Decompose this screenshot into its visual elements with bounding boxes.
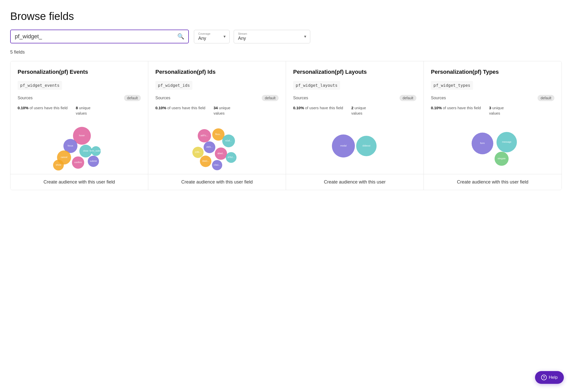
svg-text:focus: focus — [68, 144, 73, 147]
search-input[interactable] — [15, 33, 177, 40]
search-box: 🔍 — [10, 30, 189, 43]
stat-users-2: 0.10% of users have this field — [293, 105, 343, 116]
coverage-label: Coverage — [198, 32, 219, 35]
stats-row-1: 0.10% of users have this field 34 unique… — [155, 105, 279, 116]
stat-unique-1: 34 uniquevalues — [214, 105, 230, 116]
card-body-0: Personalization(pf) Events pf_widget_eve… — [10, 61, 148, 174]
svg-text:e2af...: e2af... — [225, 139, 232, 142]
help-button[interactable]: ? Help — [535, 371, 564, 384]
card-title-2: Personalization(pf) Layouts — [293, 68, 416, 76]
bubble-area-0: hover focus cancel close show confirm su… — [18, 118, 141, 174]
sources-row-1: Sources default — [155, 95, 279, 101]
source-badge-3: default — [538, 95, 554, 101]
card-3: Personalization(pf) Types pf_widget_type… — [424, 61, 562, 190]
card-title-0: Personalization(pf) Events — [18, 68, 141, 76]
sources-row-3: Sources default — [431, 95, 554, 101]
fields-count: 5 fields — [10, 50, 562, 55]
sources-row-0: Sources default — [18, 95, 141, 101]
sources-label-2: Sources — [293, 96, 308, 100]
sources-row-2: Sources default — [293, 95, 416, 101]
svg-text:cancel: cancel — [60, 156, 67, 158]
help-label: Help — [549, 375, 558, 380]
card-body-3: Personalization(pf) Types pf_widget_type… — [424, 61, 562, 174]
svg-text:form_submit: form_submit — [90, 150, 102, 152]
svg-text:d7b2...: d7b2... — [228, 156, 235, 158]
card-0: Personalization(pf) Events pf_widget_eve… — [10, 61, 148, 190]
svg-text:modal: modal — [340, 144, 346, 147]
source-badge-0: default — [124, 95, 141, 101]
stat-users-3: 0.10% of users have this field — [431, 105, 481, 116]
card-body-2: Personalization(pf) Layouts pf_widget_la… — [286, 61, 424, 174]
svg-text:sitegate: sitegate — [498, 157, 506, 160]
field-name-1: pf_widget_ids — [155, 81, 192, 90]
filter-group: Coverage Any ▼ Stream Any ▼ — [194, 30, 310, 43]
card-title-1: Personalization(pf) Ids — [155, 68, 279, 76]
field-name-2: pf_widget_layouts — [293, 81, 340, 90]
stats-row-0: 0.10% of users have this field 8 uniquev… — [18, 105, 141, 116]
svg-text:3943...: 3943... — [202, 160, 209, 162]
search-row: 🔍 Coverage Any ▼ Stream Any ▼ — [10, 30, 562, 43]
svg-text:a9f7c...: a9f7c... — [201, 134, 208, 137]
svg-text:slideout: slideout — [362, 144, 370, 147]
help-icon: ? — [541, 375, 547, 380]
card-body-1: Personalization(pf) Ids pf_widget_ids So… — [148, 61, 286, 174]
card-2: Personalization(pf) Layouts pf_widget_la… — [286, 61, 424, 190]
stats-row-3: 0.10% of users have this field 3 uniquev… — [431, 105, 554, 116]
field-name-3: pf_widget_types — [431, 81, 473, 90]
card-footer-0[interactable]: Create audience with this user field — [10, 174, 148, 190]
stream-label: Stream — [238, 32, 300, 35]
source-badge-1: default — [262, 95, 279, 101]
coverage-value: Any — [198, 36, 206, 41]
stat-users-0: 0.10% of users have this field — [18, 105, 68, 116]
stat-users-1: 0.10% of users have this field — [155, 105, 205, 116]
svg-text:abed...: abed... — [217, 152, 225, 155]
bubble-svg-1: a9f7c... fbca... e2af... 45f3... 23f6...… — [184, 118, 250, 174]
card-footer-1[interactable]: Create audience with this user field — [148, 174, 286, 190]
svg-text:submit: submit — [90, 160, 97, 162]
bubble-area-1: a9f7c... fbca... e2af... 45f3... 23f6...… — [155, 118, 279, 174]
svg-text:message: message — [502, 141, 512, 143]
card-footer-2[interactable]: Create audience with this user — [286, 174, 424, 190]
stream-arrow-icon: ▼ — [303, 34, 307, 39]
bubble-svg-0: hover focus cancel close show confirm su… — [46, 118, 113, 174]
svg-text:45f3...: 45f3... — [206, 146, 213, 148]
stat-unique-0: 8 uniquevalues — [76, 105, 91, 116]
bubble-svg-3: form message sitegate — [459, 118, 526, 174]
card-title-3: Personalization(pf) Types — [431, 68, 554, 76]
svg-text:confirm: confirm — [74, 161, 82, 164]
bubble-area-2: modal slideout — [293, 118, 416, 174]
search-icon: 🔍 — [177, 33, 184, 40]
stat-unique-3: 3 uniquevalues — [489, 105, 504, 116]
source-badge-2: default — [400, 95, 416, 101]
stat-unique-2: 2 uniquevalues — [351, 105, 366, 116]
coverage-arrow-icon: ▼ — [223, 34, 226, 39]
stream-filter[interactable]: Stream Any ▼ — [234, 30, 310, 43]
card-1: Personalization(pf) Ids pf_widget_ids So… — [148, 61, 286, 190]
svg-text:23f6...: 23f6... — [195, 151, 201, 153]
sources-label-3: Sources — [431, 96, 446, 100]
stream-value: Any — [238, 36, 246, 41]
field-name-0: pf_widget_events — [18, 81, 62, 90]
sources-label-1: Sources — [155, 96, 170, 100]
stats-row-2: 0.10% of users have this field 2 uniquev… — [293, 105, 416, 116]
cards-grid: Personalization(pf) Events pf_widget_eve… — [10, 61, 562, 190]
page-title: Browse fields — [10, 10, 562, 22]
svg-text:form: form — [480, 142, 485, 144]
svg-text:close: close — [83, 150, 88, 152]
bubble-svg-2: modal slideout — [322, 118, 388, 174]
card-footer-3[interactable]: Create audience with this user field — [424, 174, 562, 190]
svg-text:hover: hover — [79, 134, 85, 137]
bubble-area-3: form message sitegate — [431, 118, 554, 174]
sources-label-0: Sources — [18, 96, 33, 100]
coverage-filter[interactable]: Coverage Any ▼ — [194, 30, 230, 43]
svg-text:show: show — [56, 164, 61, 166]
svg-text:c3a1...: c3a1... — [214, 164, 220, 166]
svg-text:fbca...: fbca... — [215, 133, 221, 136]
